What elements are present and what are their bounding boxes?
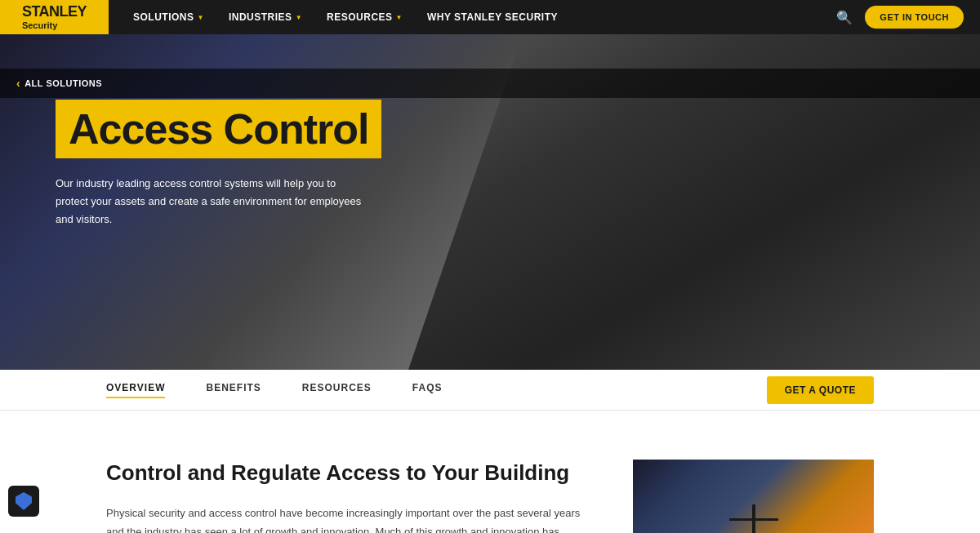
nav-links: SOLUTIONS ▼ INDUSTRIES ▼ RESOURCES ▼ WHY… <box>133 11 836 23</box>
chevron-down-icon: ▼ <box>198 14 204 21</box>
content-left: Control and Regulate Access to Your Buil… <box>106 460 584 533</box>
navbar: STANLEY Security SOLUTIONS ▼ INDUSTRIES … <box>0 0 980 34</box>
content-image: CASE STUDY <box>633 460 874 533</box>
site-logo[interactable]: STANLEY Security <box>0 0 109 34</box>
tower-arm <box>729 518 778 521</box>
sub-nav-links: OVERVIEW BENEFITS RESOURCES FAQS <box>106 382 767 398</box>
shield-icon <box>16 492 32 510</box>
get-in-touch-button[interactable]: GET IN TOUCH <box>865 6 964 29</box>
tab-benefits[interactable]: BENEFITS <box>206 382 261 398</box>
sub-navbar: OVERVIEW BENEFITS RESOURCES FAQS GET A Q… <box>0 370 980 411</box>
breadcrumb-bar: ALL SOLUTIONS <box>0 69 980 98</box>
content-section: Control and Regulate Access to Your Buil… <box>0 411 980 533</box>
tab-faqs[interactable]: FAQS <box>412 382 443 398</box>
hero-title-box: Access Control <box>56 100 381 158</box>
content-right: CASE STUDY <box>633 460 874 533</box>
security-badge[interactable] <box>8 486 39 517</box>
search-icon[interactable]: 🔍 <box>836 10 853 25</box>
brand-name-line1: STANLEY <box>22 4 87 20</box>
brand-name-line2: Security <box>22 20 87 30</box>
chevron-down-icon: ▼ <box>296 14 302 21</box>
nav-industries[interactable]: INDUSTRIES ▼ <box>229 11 302 23</box>
hero-section: ALL SOLUTIONS Access Control Our industr… <box>0 34 980 370</box>
hero-content: Access Control Our industry leading acce… <box>56 100 381 229</box>
content-body: Physical security and access control hav… <box>106 504 584 533</box>
nav-why-stanley[interactable]: WHY STANLEY SECURITY <box>427 11 558 23</box>
nav-resources[interactable]: RESOURCES ▼ <box>327 11 403 23</box>
chevron-down-icon: ▼ <box>396 14 403 21</box>
get-a-quote-button[interactable]: GET A QUOTE <box>767 376 874 404</box>
hero-title: Access Control <box>69 108 368 150</box>
tab-resources[interactable]: RESOURCES <box>302 382 372 398</box>
content-title: Control and Regulate Access to Your Buil… <box>106 460 584 487</box>
tab-overview[interactable]: OVERVIEW <box>106 382 165 398</box>
nav-solutions[interactable]: SOLUTIONS ▼ <box>133 11 204 23</box>
hero-description: Our industry leading access control syst… <box>56 175 366 229</box>
breadcrumb[interactable]: ALL SOLUTIONS <box>16 77 102 90</box>
